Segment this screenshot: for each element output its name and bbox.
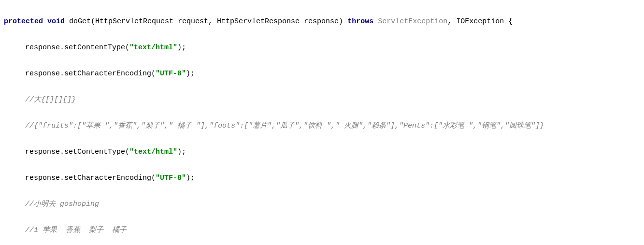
- comment-line: //大{[][][]}: [0, 93, 644, 106]
- comment-line: //{"fruits":["苹果 ","香蕉","梨子"," 橘子 "],"fo…: [0, 119, 644, 132]
- keyword: throws: [347, 17, 378, 26]
- comment-line: //小明去 goshoping: [0, 198, 644, 211]
- string: "text/html": [129, 43, 177, 52]
- code-text: , IOException {: [447, 17, 513, 26]
- code-line: protected void doGet(HttpServletRequest …: [0, 15, 644, 28]
- code-line: response.setCharacterEncoding("UTF-8");: [0, 67, 644, 80]
- string: "UTF-8": [156, 174, 186, 182]
- code-text: );: [186, 174, 195, 182]
- code-text: );: [177, 43, 186, 52]
- code-text: response.setContentType(: [25, 148, 129, 156]
- code-block: protected void doGet(HttpServletRequest …: [0, 0, 644, 245]
- code-text: doGet(HttpServletRequest request, HttpSe…: [69, 17, 347, 26]
- code-text: );: [177, 148, 186, 156]
- string: "UTF-8": [156, 70, 186, 78]
- code-line: response.setContentType("text/html");: [0, 145, 644, 159]
- code-text: response.setCharacterEncoding(: [25, 70, 156, 78]
- code-text: response.setCharacterEncoding(: [25, 174, 156, 182]
- code-line: response.setContentType("text/html");: [0, 41, 644, 54]
- code-line: response.setCharacterEncoding("UTF-8");: [0, 172, 644, 185]
- code-text: );: [186, 70, 195, 78]
- string: "text/html": [129, 148, 177, 156]
- exception: ServletException: [378, 17, 447, 26]
- keyword: protected void: [4, 17, 69, 26]
- code-text: response.setContentType(: [25, 43, 129, 52]
- comment-line: //1 苹果 香蕉 梨子 橘子: [0, 224, 644, 237]
